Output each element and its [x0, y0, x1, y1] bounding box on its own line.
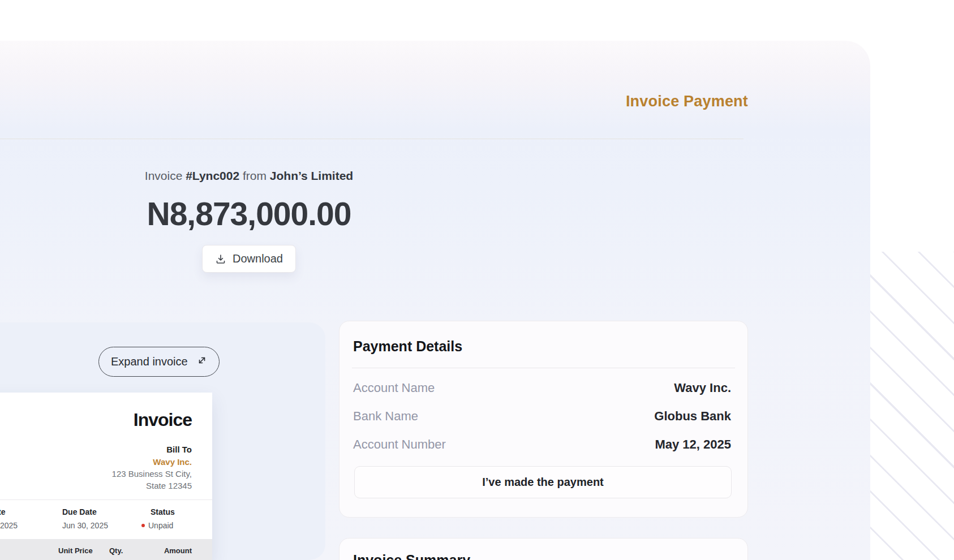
payment-row-account-name: Account Name Wavy Inc. [353, 374, 731, 402]
bill-to-address-line2: State 12345 [146, 481, 192, 490]
due-date-label: Due Date [62, 507, 97, 516]
unpaid-status-dot [141, 524, 145, 527]
invoice-summary-card: Invoice Summary [339, 538, 748, 560]
page-title: Invoice Payment [0, 93, 748, 110]
payment-made-button[interactable]: I’ve made the payment [354, 466, 732, 498]
bank-name-label: Bank Name [353, 409, 418, 424]
diagonal-stripes-decoration [868, 252, 954, 560]
bill-to-label: Bill To [166, 445, 192, 454]
unpaid-status-text: Unpaid [148, 521, 173, 530]
invoice-sender-name: John’s Limited [270, 169, 353, 182]
account-number-value: May 12, 2025 [655, 437, 731, 452]
payment-row-account-number: Account Number May 12, 2025 [353, 430, 731, 459]
payment-details-card: Payment Details Account Name Wavy Inc. B… [339, 321, 748, 518]
payment-details-title: Payment Details [353, 338, 734, 355]
column-header-amount: Amount [164, 546, 192, 555]
bill-to-address-line1: 123 Business St City, [112, 469, 192, 479]
header-divider [0, 139, 744, 139]
column-header-qty: Qty. [109, 546, 123, 555]
expand-invoice-label: Expand invoice [111, 355, 188, 368]
invoice-amount: N8,873,000.00 [34, 195, 464, 232]
payment-row-bank-name: Bank Name Globus Bank [353, 402, 731, 430]
invoice-summary-title: Invoice Summary [353, 552, 734, 560]
payment-details-rows: Account Name Wavy Inc. Bank Name Globus … [353, 374, 731, 459]
bill-to-name: Wavy Inc. [153, 457, 192, 467]
account-name-label: Account Name [353, 381, 435, 395]
invoice-number: #Lync002 [186, 169, 239, 182]
expand-icon [197, 355, 207, 368]
expand-invoice-button[interactable]: Expand invoice [98, 347, 220, 377]
download-button-label: Download [233, 252, 283, 265]
invoice-table-header-row: Unit Price Qty. Amount [0, 539, 212, 560]
issue-date-label-fragment: te [0, 507, 5, 516]
due-date-value: Jun 30, 2025 [62, 521, 108, 530]
account-number-label: Account Number [353, 437, 446, 452]
download-icon [215, 253, 226, 265]
payment-details-divider [352, 368, 735, 368]
invoice-hero: Invoice #Lync002 from John’s Limited N8,… [34, 169, 464, 273]
status-value: Unpaid [141, 521, 173, 530]
bank-name-value: Globus Bank [654, 409, 731, 424]
invoice-subtitle-middle: from [239, 169, 270, 182]
issue-date-value-fragment: 2025 [0, 521, 18, 530]
invoice-subtitle-prefix: Invoice [145, 169, 186, 182]
download-button[interactable]: Download [202, 245, 296, 273]
invoice-preview-card: Invoice Bill To Wavy Inc. 123 Business S… [0, 393, 212, 560]
column-header-unit-price: Unit Price [58, 546, 93, 555]
invoice-subtitle: Invoice #Lync002 from John’s Limited [34, 169, 464, 183]
status-label: Status [151, 507, 175, 516]
invoice-card-divider [0, 499, 212, 500]
account-name-value: Wavy Inc. [674, 381, 731, 395]
invoice-doc-title: Invoice [134, 410, 192, 430]
